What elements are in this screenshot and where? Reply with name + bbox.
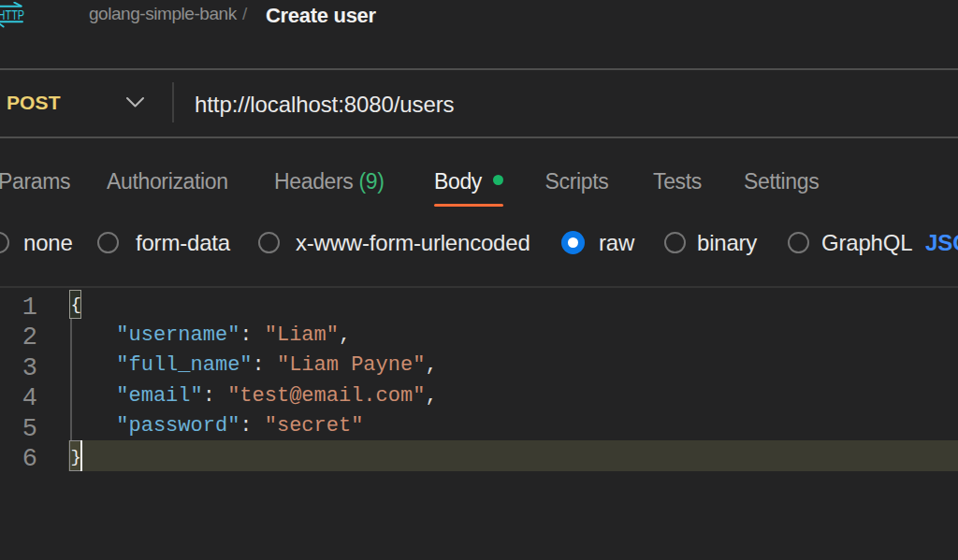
- svg-text:HTTP: HTTP: [0, 7, 24, 22]
